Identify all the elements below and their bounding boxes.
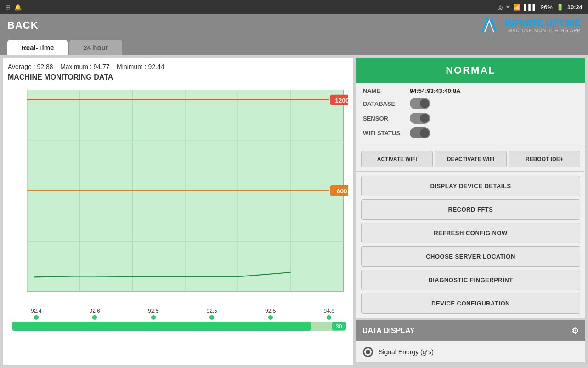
data-display-title: DATA DISPLAY bbox=[362, 327, 415, 335]
database-label: DATABASE bbox=[363, 100, 404, 107]
tab-bar: Real-Time 24 hour bbox=[0, 37, 588, 55]
wifi-toggle[interactable] bbox=[410, 127, 430, 138]
timeline-point-0: 92.4 bbox=[31, 308, 41, 320]
radio-inner bbox=[366, 350, 370, 354]
sensor-row: SENSOR bbox=[363, 113, 578, 124]
app-icon: ⊞ bbox=[6, 4, 11, 11]
tab-24hour[interactable]: 24 hour bbox=[69, 40, 122, 55]
svg-text:600: 600 bbox=[337, 188, 347, 195]
wrench-icon[interactable]: ⚙ bbox=[571, 326, 579, 336]
svg-text:1200: 1200 bbox=[335, 97, 348, 104]
progress-bar-row: 30 bbox=[8, 322, 348, 331]
device-configuration-button[interactable]: DEVICE CONFIGURATION bbox=[361, 293, 580, 314]
radio-button[interactable] bbox=[363, 347, 373, 357]
display-device-details-button[interactable]: DISPLAY DEVICE DETAILS bbox=[361, 176, 580, 196]
min-stat: Minimum : 92.44 bbox=[117, 63, 164, 70]
database-row: DATABASE bbox=[363, 98, 578, 109]
chart-panel: Average : 92.88 Maximum : 94.77 Minimum … bbox=[3, 58, 353, 365]
timeline-point-3: 92.5 bbox=[207, 308, 217, 320]
activate-wifi-button[interactable]: ACTIVATE WIFI bbox=[361, 151, 433, 167]
tab-realtime[interactable]: Real-Time bbox=[7, 40, 68, 55]
timeline-point-2: 92.5 bbox=[148, 308, 158, 320]
name-row: NAME 94:54:93:43:40:8A bbox=[363, 87, 578, 94]
clock: 10:24 bbox=[567, 4, 582, 11]
location-icon: ◎ bbox=[498, 4, 503, 11]
battery-icon: 🔋 bbox=[556, 4, 564, 11]
timeline-point-4: 92.5 bbox=[265, 308, 276, 320]
timeline-point-5: 94.8 bbox=[324, 308, 334, 320]
menu-buttons-section: DISPLAY DEVICE DETAILS RECORD FFTS REFRE… bbox=[356, 172, 585, 318]
name-value: 94:54:93:43:40:8A bbox=[410, 87, 461, 94]
wifi-buttons: ACTIVATE WIFI DEACTIVATE WIFI REBOOT IDE… bbox=[356, 147, 585, 172]
brand-name: INFINITE UPTIME bbox=[505, 18, 581, 28]
chart-area: 1200 600 bbox=[8, 85, 348, 306]
app-subtitle: MACHINE MONITORING APP bbox=[505, 28, 581, 33]
choose-server-button[interactable]: CHOOSE SERVER LOCATION bbox=[361, 246, 580, 267]
back-button[interactable]: BACK bbox=[7, 19, 39, 31]
progress-label: 30 bbox=[332, 322, 346, 331]
status-bar: ⊞ 🔔 ◎ ⌖ 📶 ▌▌▌ 96% 🔋 10:24 bbox=[0, 0, 588, 14]
main-content: Average : 92.88 Maximum : 94.77 Minimum … bbox=[0, 55, 588, 368]
logo-icon bbox=[478, 14, 501, 37]
status-left-icons: ⊞ 🔔 bbox=[6, 0, 22, 14]
info-section: NAME 94:54:93:43:40:8A DATABASE SENSOR W… bbox=[356, 83, 585, 147]
diagnostic-fingerprint-button[interactable]: DIAGNOSTIC FINGERPRINT bbox=[361, 270, 580, 290]
max-stat: Maximum : 94.77 bbox=[60, 63, 109, 70]
bluetooth-icon: ⌖ bbox=[506, 3, 509, 11]
wifi-icon: 📶 bbox=[513, 4, 520, 11]
right-panel: NORMAL NAME 94:54:93:43:40:8A DATABASE S… bbox=[356, 58, 585, 365]
timeline-row: 92.4 92.6 92.5 92.5 92.5 94.8 bbox=[8, 306, 348, 320]
stats-row: Average : 92.88 Maximum : 94.77 Minimum … bbox=[8, 63, 348, 70]
status-banner: NORMAL bbox=[356, 58, 585, 83]
database-toggle[interactable] bbox=[410, 98, 430, 109]
avg-stat: Average : 92.88 bbox=[8, 63, 53, 70]
notifications-icon: 🔔 bbox=[14, 4, 22, 11]
record-ffts-button[interactable]: RECORD FFTS bbox=[361, 199, 580, 220]
wifi-status-row: WIFI STATUS bbox=[363, 127, 578, 138]
battery-label: 96% bbox=[541, 4, 553, 11]
timeline-point-1: 92.6 bbox=[90, 308, 100, 320]
refresh-config-button[interactable]: REFRESH CONFIG NOW bbox=[361, 223, 580, 243]
logo-text: INFINITE UPTIME MACHINE MONITORING APP bbox=[505, 18, 581, 33]
radio-label: Signal Energy (g²s) bbox=[379, 348, 434, 356]
data-display-header: DATA DISPLAY ⚙ bbox=[356, 320, 585, 341]
reboot-ide-button[interactable]: REBOOT IDE+ bbox=[509, 151, 580, 167]
header: BACK INFINITE UPTIME MACHINE MONITORING … bbox=[0, 14, 588, 37]
sensor-toggle[interactable] bbox=[410, 113, 430, 124]
data-display-content: Signal Energy (g²s) bbox=[356, 341, 585, 363]
sensor-label: SENSOR bbox=[363, 115, 404, 122]
chart-svg: 1200 600 bbox=[8, 85, 348, 306]
chart-title: MACHINE MONITORING DATA bbox=[8, 73, 348, 81]
deactivate-wifi-button[interactable]: DEACTIVATE WIFI bbox=[435, 151, 506, 167]
progress-background: 30 bbox=[12, 322, 344, 331]
name-label: NAME bbox=[363, 87, 404, 94]
progress-fill bbox=[12, 322, 311, 331]
wifi-status-label: WIFI STATUS bbox=[363, 130, 404, 137]
logo-area: INFINITE UPTIME MACHINE MONITORING APP bbox=[478, 14, 581, 37]
signal-icon: ▌▌▌ bbox=[524, 4, 537, 11]
